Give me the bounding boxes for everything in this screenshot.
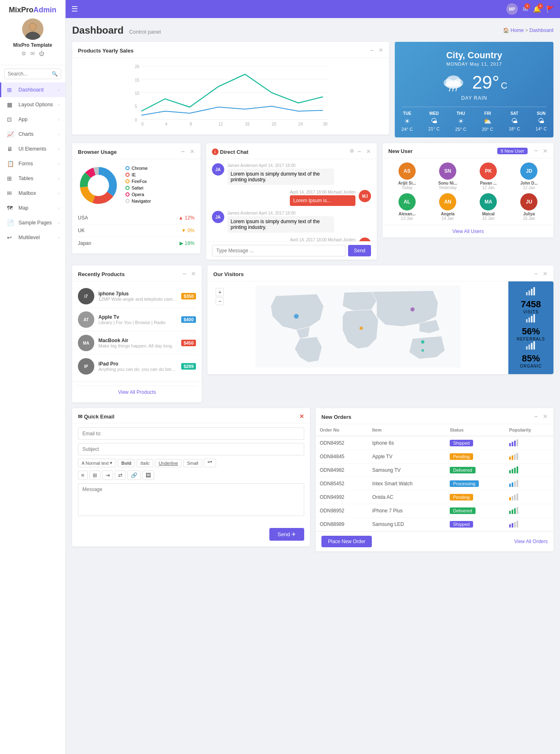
topbar-flag-icon[interactable]: 🚩 <box>546 5 554 13</box>
legend-dot <box>125 186 130 190</box>
sidebar-item-map[interactable]: 🗺 Map ‹ <box>0 201 65 215</box>
indent-icon-btn[interactable]: ⇥ <box>102 471 113 480</box>
order-item: Samsung LED <box>368 518 446 531</box>
row-1: Products Yearly Sales − ✕ 20 15 10 5 <box>72 42 553 137</box>
sidebar-item-charts[interactable]: 📈 Charts ‹ <box>0 127 65 142</box>
sidebar-item-multilevel[interactable]: ↩ Multilevel ‹ <box>0 230 65 245</box>
close-chart[interactable]: ✕ <box>378 47 383 54</box>
place-order-button[interactable]: Place New Order <box>321 536 372 547</box>
page-subtitle: Control panel <box>129 29 161 35</box>
view-all-users-btn[interactable]: View All Users <box>382 225 553 238</box>
order-status: Delivered <box>446 464 505 477</box>
sidebar-item-mailbox[interactable]: ✉ Mailbox ‹ <box>0 186 65 201</box>
chat-message: MJ April 14, 2017 18:00 Michael Jorden L… <box>212 190 371 206</box>
sidebar-item-sample-pages[interactable]: 📄 Sample Pages ‹ <box>0 215 65 230</box>
italic-button[interactable]: Italic <box>137 459 153 467</box>
close-new-user[interactable]: ✕ <box>543 148 548 154</box>
user-thumb-ma[interactable]: MA Maical 15 Jan <box>470 193 507 221</box>
close-orders[interactable]: ✕ <box>543 413 548 420</box>
table-row: ODN94992 Onida AC Pending <box>316 491 553 504</box>
svg-line-27 <box>449 88 450 91</box>
sidebar-item-layout[interactable]: ▦ Layout Options ‹ <box>0 97 65 112</box>
small-button[interactable]: Small <box>183 459 202 467</box>
quote-button[interactable]: ❝❞ <box>204 459 216 467</box>
orders-table: Order No Item Status Popularity ODN84952… <box>316 424 553 531</box>
close-products[interactable]: ✕ <box>191 270 196 278</box>
col-status: Status <box>446 424 505 436</box>
power-icon[interactable]: ⏻ <box>39 50 44 57</box>
outdent-icon-btn[interactable]: ⇄ <box>115 471 126 480</box>
email-to-input[interactable] <box>78 427 304 440</box>
sidebar-item-forms[interactable]: 📋 Forms ‹ <box>0 156 65 171</box>
user-thumb-an[interactable]: AN Angela 14 Jan <box>429 193 466 221</box>
user-thumb-al[interactable]: AL Alexan... 13 Jan <box>388 193 426 221</box>
quick-email-title: ✉ Quick Email <box>78 414 114 420</box>
legend-dot <box>125 179 130 183</box>
minimize-orders[interactable]: − <box>534 413 538 420</box>
svg-text:4: 4 <box>165 122 168 126</box>
chat-input[interactable] <box>212 245 346 256</box>
chat-send-button[interactable]: Send <box>348 245 371 256</box>
forecast-day-sun: SUN 🌤 14° C <box>535 111 547 132</box>
grid-icon-btn[interactable]: ⊞ <box>89 471 100 480</box>
sidebar-item-ui-elements[interactable]: 🖥 UI Elements ‹ <box>0 142 65 156</box>
svg-text:8: 8 <box>190 122 192 126</box>
sidebar-item-app[interactable]: ⊡ App ‹ <box>0 112 65 127</box>
email-icon[interactable]: ✉ <box>30 50 35 57</box>
products-chart-title: Products Yearly Sales <box>78 48 134 54</box>
send-email-button[interactable]: Send ✈ <box>269 528 304 541</box>
topbar-bell-icon[interactable]: 🔔4 <box>533 5 541 13</box>
close-chat[interactable]: ✕ <box>366 148 371 155</box>
map-zoom-in[interactable]: + <box>216 288 224 296</box>
bold-button[interactable]: Bold <box>118 459 135 467</box>
text-style-dropdown[interactable]: A Normal text ▾ <box>78 459 116 467</box>
view-all-products-btn[interactable]: View All Products <box>76 386 198 398</box>
chat-settings-icon[interactable]: ⚙ <box>350 148 354 155</box>
user-thumb-as[interactable]: AS Arijit Si... Today <box>388 162 426 190</box>
email-subject-input[interactable] <box>78 443 304 455</box>
minimize-new-user[interactable]: − <box>534 147 538 155</box>
topbar-avatar[interactable]: MP <box>506 3 518 15</box>
underline-button[interactable]: Underline <box>155 459 182 467</box>
product-info: MacBook Air Make big things happen. All … <box>98 338 177 348</box>
user-thumb-jd[interactable]: JD John D... 12 Jan <box>510 162 548 190</box>
image-icon-btn[interactable]: 🖼 <box>142 471 154 480</box>
menu-icon[interactable]: ☰ <box>71 5 78 14</box>
page-title-area: Dashboard Control panel <box>72 25 161 36</box>
minimize-browser[interactable]: − <box>181 148 184 155</box>
view-all-orders-button[interactable]: View All Orders <box>514 539 548 544</box>
product-img: IP <box>78 358 94 375</box>
minimize-visitors[interactable]: − <box>534 270 538 278</box>
topbar-mail-icon[interactable]: ✉2 <box>523 5 528 13</box>
user-thumb-pk[interactable]: PK Pavan ... 12 Jan <box>470 162 507 190</box>
link-icon-btn[interactable]: 🔗 <box>127 471 141 480</box>
minimize-chat[interactable]: − <box>357 148 361 155</box>
direct-chat-header: 1 Direct Chat ⚙ − ✕ <box>206 143 377 159</box>
weather-desc: DAY RAIN <box>401 95 547 101</box>
close-email[interactable]: ✕ <box>299 413 304 420</box>
chat-avatar: MJ <box>359 238 371 241</box>
map-zoom-out[interactable]: − <box>216 297 224 305</box>
close-visitors[interactable]: ✕ <box>543 270 548 278</box>
new-orders-card: New Orders −✕ Order No Item Status Popul… <box>316 408 553 551</box>
row-2: Browser Usage −✕ <box>72 143 553 260</box>
list-icon-btn[interactable]: ≡ <box>78 471 88 480</box>
product-item: i7 iphone 7plus 12MP Wide-angle and tele… <box>78 285 196 308</box>
settings-icon[interactable]: ⚙ <box>21 50 26 57</box>
minimize-products[interactable]: − <box>182 270 186 278</box>
sidebar-item-tables[interactable]: ⊞ Tables ‹ <box>0 171 65 186</box>
svg-point-43 <box>421 349 424 352</box>
email-col: ✉ Quick Email ✕ A Normal text ▾ Bold <box>72 408 310 551</box>
user-thumb-sn[interactable]: SN Sonu Ni... Yesterday <box>429 162 466 190</box>
sidebar-item-dashboard[interactable]: ⊞ Dashboard ‹ <box>0 82 65 97</box>
user-thumb-ju[interactable]: JU Juliya 15 Jan <box>510 193 548 221</box>
minimize-chart[interactable]: − <box>370 47 373 54</box>
close-browser[interactable]: ✕ <box>190 148 195 155</box>
svg-text:20: 20 <box>272 122 277 126</box>
stat-row-japan: Japan ▶ 18% <box>78 237 195 249</box>
layout-nav-icon: ▦ <box>7 101 15 108</box>
svg-point-37 <box>88 175 109 196</box>
email-message-textarea[interactable] <box>78 483 304 516</box>
row-3: Recently Products −✕ i7 iphone 7plus 12M… <box>72 265 553 402</box>
product-info: Apple Tv Library | For You | Browse | Ra… <box>98 314 177 325</box>
